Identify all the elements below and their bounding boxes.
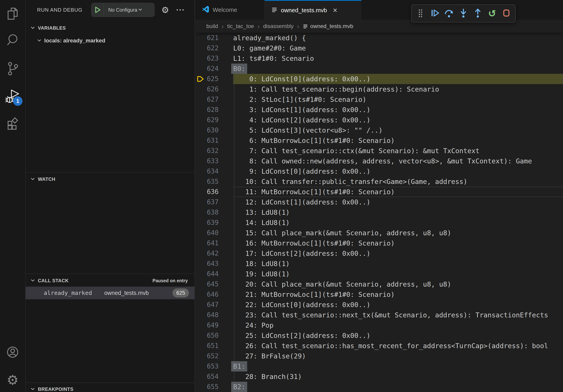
code-line-639[interactable]: 639 14: LdU8(1): [195, 218, 563, 228]
code-line-649[interactable]: 649 24: Pop: [195, 320, 563, 330]
line-number[interactable]: 652: [195, 351, 218, 361]
line-text[interactable]: 15: Call place_mark(&mut Scenario, addre…: [233, 228, 451, 238]
code-line-641[interactable]: 641 16: MutBorrowLoc[1](ts#1#0: Scenario…: [195, 238, 563, 248]
line-number[interactable]: 654: [195, 371, 218, 382]
line-number[interactable]: 640: [195, 228, 218, 238]
line-text[interactable]: 14: LdU8(1): [233, 218, 290, 228]
line-number[interactable]: 653: [195, 361, 218, 371]
breadcrumb-item-disassembly[interactable]: disassembly: [263, 23, 294, 29]
code-line-647[interactable]: 647 22: LdConst[0](address: 0x00..): [195, 300, 563, 310]
line-text[interactable]: 22: LdConst[0](address: 0x00..): [233, 300, 371, 310]
line-number[interactable]: 633: [195, 156, 218, 166]
code-line-644[interactable]: 644 19: LdU8(1): [195, 269, 563, 279]
line-number[interactable]: 647: [195, 300, 218, 310]
line-number[interactable]: 638: [195, 207, 218, 218]
line-text[interactable]: 26: Call test_scenario::has_most_recent_…: [233, 341, 548, 351]
restart-button[interactable]: ↺: [487, 8, 498, 19]
settings-button[interactable]: ⚙: [5, 373, 20, 388]
views-more-actions-icon[interactable]: ···: [176, 6, 185, 14]
account-button[interactable]: [5, 345, 20, 360]
line-text[interactable]: 20: Call place_mark(&mut Scenario, addre…: [233, 279, 451, 289]
code-line-630[interactable]: 630 5: LdConst[3](vector<u8>: "" /..): [195, 125, 563, 135]
line-text[interactable]: 2: StLoc[1](ts#1#0: Scenario): [233, 94, 367, 105]
watch-section-header[interactable]: WATCH: [26, 174, 194, 184]
tab-welcome[interactable]: Welcome: [195, 0, 265, 20]
line-number[interactable]: 631: [195, 135, 218, 146]
line-text[interactable]: 0: LdConst[0](address: 0x00..): [233, 74, 371, 84]
line-number[interactable]: 634: [195, 166, 218, 176]
line-number[interactable]: 630: [195, 125, 218, 135]
line-text[interactable]: 18: LdU8(1): [233, 259, 290, 269]
line-number[interactable]: 644: [195, 269, 218, 279]
debug-settings-gear-icon[interactable]: ⚙: [161, 5, 169, 15]
line-text[interactable]: 19: LdU8(1): [233, 269, 290, 279]
breadcrumb-item-build[interactable]: build: [206, 23, 218, 29]
line-text[interactable]: 10: Call transfer::public_transfer<Game>…: [233, 176, 467, 187]
sidebar-item-explorer[interactable]: [5, 7, 20, 22]
breadcrumb-item-file[interactable]: owned_tests.mvb: [310, 23, 353, 29]
step-over-button[interactable]: [443, 8, 455, 19]
line-text[interactable]: 16: MutBorrowLoc[1](ts#1#0: Scenario): [233, 238, 395, 248]
code-line-626[interactable]: 626 1: Call test_scenario::begin(address…: [195, 84, 563, 94]
code-line-648[interactable]: 648 23: Call test_scenario::next_tx(&mut…: [195, 310, 563, 320]
line-text[interactable]: 6: MutBorrowLoc[1](ts#1#0: Scenario): [233, 135, 395, 146]
code-line-642[interactable]: 642 17: LdConst[2](address: 0x00..): [195, 248, 563, 259]
code-line-624[interactable]: 624B0:: [195, 64, 563, 74]
code-line-631[interactable]: 631 6: MutBorrowLoc[1](ts#1#0: Scenario): [195, 135, 563, 146]
line-number[interactable]: 648: [195, 310, 218, 320]
line-text[interactable]: 28: Branch(31): [233, 371, 302, 382]
code-line-632[interactable]: 632 7: Call test_scenario::ctx(&mut Scen…: [195, 146, 563, 156]
code-line-628[interactable]: 628 3: LdConst[1](address: 0x00..): [195, 105, 563, 115]
line-text[interactable]: 21: MutBorrowLoc[1](ts#1#0: Scenario): [233, 289, 395, 300]
sidebar-item-source-control[interactable]: [5, 62, 20, 77]
line-text[interactable]: 8: Call owned::new(address, address, vec…: [233, 156, 532, 166]
tab-owned-tests-mvb[interactable]: owned_tests.mvb ×: [265, 0, 361, 20]
line-text[interactable]: 1: Call test_scenario::begin(address): S…: [233, 84, 439, 94]
code-editor[interactable]: 621already_marked() {622L0: game#2#0: Ga…: [195, 33, 563, 392]
sidebar-item-run-and-debug[interactable]: 1: [5, 89, 20, 104]
line-text[interactable]: 23: Call test_scenario::next_tx(&mut Sce…: [233, 310, 548, 320]
line-number[interactable]: 624: [195, 64, 218, 74]
line-number[interactable]: 626: [195, 84, 218, 94]
block-label-text[interactable]: B2:: [231, 382, 247, 392]
line-number[interactable]: 627: [195, 94, 218, 105]
code-line-654[interactable]: 654 28: Branch(31): [195, 371, 563, 382]
line-number[interactable]: 632: [195, 146, 218, 156]
code-line-652[interactable]: 652 27: BrFalse(29): [195, 351, 563, 361]
line-text[interactable]: 12: LdConst[1](address: 0x00..): [233, 197, 371, 207]
call-stack-section-header[interactable]: CALL STACK Paused on entry: [26, 276, 194, 285]
line-number[interactable]: 628: [195, 105, 218, 115]
code-line-621[interactable]: 621already_marked() {: [195, 33, 563, 43]
line-text[interactable]: L1: ts#1#0: Scenario: [233, 53, 314, 64]
line-text[interactable]: 13: LdU8(1): [233, 207, 290, 218]
close-icon[interactable]: ×: [333, 7, 337, 14]
continue-button[interactable]: [429, 8, 440, 19]
line-text[interactable]: 27: BrFalse(29): [233, 351, 306, 361]
line-number[interactable]: 643: [195, 259, 218, 269]
line-number[interactable]: 651: [195, 341, 218, 351]
variables-section-header[interactable]: VARIABLES: [26, 23, 194, 33]
line-text[interactable]: 11: MutBorrowLoc[1](ts#1#0: Scenario): [233, 187, 395, 197]
line-number[interactable]: 655: [195, 382, 218, 392]
sidebar-item-extensions[interactable]: [5, 117, 20, 131]
debug-toolbar-drag-handle[interactable]: [415, 8, 426, 19]
line-text[interactable]: already_marked() {: [233, 33, 306, 43]
line-text[interactable]: 9: LdConst[0](address: 0x00..): [233, 166, 371, 176]
line-number[interactable]: 623: [195, 53, 218, 64]
code-line-645[interactable]: 645 20: Call place_mark(&mut Scenario, a…: [195, 279, 563, 289]
line-text[interactable]: 17: LdConst[2](address: 0x00..): [233, 248, 371, 259]
line-number[interactable]: 649: [195, 320, 218, 330]
code-line-625[interactable]: 625 0: LdConst[0](address: 0x00..): [195, 74, 563, 84]
line-text[interactable]: 4: LdConst[2](address: 0x00..): [233, 115, 371, 125]
code-line-640[interactable]: 640 15: Call place_mark(&mut Scenario, a…: [195, 228, 563, 238]
line-number[interactable]: 621: [195, 33, 218, 43]
line-text[interactable]: 7: Call test_scenario::ctx(&mut Scenario…: [233, 146, 480, 156]
stop-button[interactable]: [501, 8, 512, 19]
line-number[interactable]: 622: [195, 43, 218, 53]
code-line-646[interactable]: 646 21: MutBorrowLoc[1](ts#1#0: Scenario…: [195, 289, 563, 300]
code-line-655[interactable]: 655B2:: [195, 382, 563, 392]
line-number[interactable]: 625: [195, 74, 218, 84]
line-number[interactable]: 650: [195, 330, 218, 341]
line-text[interactable]: 24: Pop: [233, 320, 274, 330]
launch-configuration-dropdown[interactable]: No Configura: [91, 3, 155, 17]
